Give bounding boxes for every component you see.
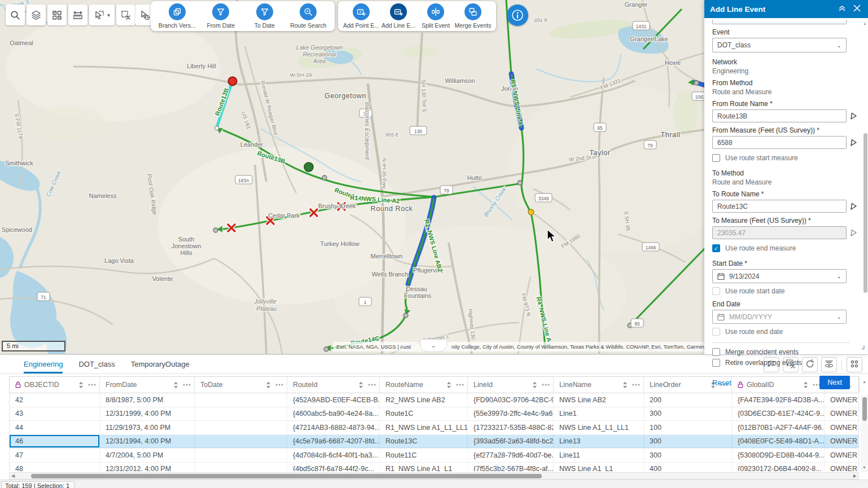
column-header-objectid[interactable]: OBJECTID xyxy=(10,377,100,393)
column-menu-icon[interactable] xyxy=(542,384,550,386)
toolbar-button-route-search[interactable]: Route Search xyxy=(288,3,328,29)
table-scroll-down-arrow[interactable]: ▼ xyxy=(862,465,866,469)
cell[interactable]: 11/29/1973, 4:00 PM xyxy=(100,421,195,434)
cell[interactable]: 400 xyxy=(644,463,732,472)
cell[interactable]: {7f55c3b2-567B-4f8c-af... xyxy=(468,463,554,472)
cell[interactable] xyxy=(195,449,287,462)
column-menu-icon[interactable] xyxy=(368,384,376,386)
panel-resize-handle[interactable]: ┘ xyxy=(862,345,866,352)
collapse-icon[interactable] xyxy=(836,4,848,14)
toolbar-button-branch-versions[interactable]: Branch Vers... xyxy=(157,3,197,29)
cell[interactable]: 46 xyxy=(10,435,100,449)
cell[interactable]: 12/31/1994, 4:00 PM xyxy=(100,435,195,449)
table-row[interactable]: 428/8/1987, 5:00 PM{452A9ABD-E0EF-4CEB-B… xyxy=(10,393,858,407)
table-row[interactable]: 4812/31/2012, 4:00 PM{4bd5c87f-6a78-44f2… xyxy=(10,463,858,472)
cell[interactable]: 100 xyxy=(644,421,732,434)
cell[interactable]: R1_NWS Line A1_L1 xyxy=(380,463,468,472)
toolbar-button-merge-events[interactable]: Merge Events xyxy=(454,3,492,29)
column-header-linename[interactable]: LineName xyxy=(554,377,644,393)
cell[interactable]: 48 xyxy=(10,463,100,472)
toolbar-button-add-line-event[interactable]: Add Line E... xyxy=(380,3,417,29)
reset-button[interactable]: Reset xyxy=(712,379,731,387)
tab-dot_class[interactable]: DOT_class xyxy=(78,360,115,373)
cell[interactable]: {09230172-D6B4-4092-8... xyxy=(732,463,825,472)
retire-overlapping-checkbox[interactable] xyxy=(712,359,720,367)
to-route-name-input[interactable]: Route13C xyxy=(712,200,847,213)
column-menu-icon[interactable] xyxy=(183,384,191,386)
cell[interactable]: R1_NWS Line A1_L1_LL1 xyxy=(380,421,468,434)
cell[interactable]: {ef277a28-79d6-40d7-be... xyxy=(468,449,554,462)
toolbar-button-add-point-event[interactable]: Add Point E... xyxy=(343,3,380,29)
use-route-end-date-checkbox[interactable] xyxy=(712,328,720,336)
cell[interactable]: {FA47E394-92F8-4D3B-A... xyxy=(732,393,825,407)
cell[interactable]: 300 xyxy=(644,449,732,462)
search-button[interactable] xyxy=(6,5,25,25)
cell[interactable]: {55e3997d-2ffc-4e4c-9a6... xyxy=(468,407,554,421)
cell[interactable]: {17233217-535B-488C-82... xyxy=(468,421,554,434)
to-measure-input[interactable]: 23035.47 xyxy=(712,226,847,239)
column-header-routeid[interactable]: RouteId xyxy=(287,377,380,393)
sort-icon[interactable] xyxy=(173,381,178,389)
cell[interactable]: {4d7084c8-6cf4-40f1-ba3... xyxy=(287,449,380,462)
column-header-lineid[interactable]: LineId xyxy=(468,377,554,393)
toolbar-button-filter[interactable]: To Date xyxy=(245,3,284,29)
cell[interactable]: {FD90A03C-9706-42BC-9... xyxy=(468,393,554,407)
close-icon[interactable] xyxy=(851,4,862,14)
cell[interactable]: {0408E0FC-5E49-48D1-A... xyxy=(732,435,825,449)
use-route-end-date-row[interactable]: Use route end date xyxy=(712,328,859,336)
cell[interactable]: OWNER xyxy=(825,449,859,462)
cell[interactable] xyxy=(195,393,287,407)
scroll-left-arrow[interactable]: ◀ xyxy=(11,473,15,478)
cell[interactable]: OWNER xyxy=(825,407,859,421)
table-row[interactable]: 4411/29/1973, 4:00 PM{47214AB3-6882-4873… xyxy=(10,421,858,435)
cell[interactable]: OWNER xyxy=(825,463,859,472)
sort-icon[interactable] xyxy=(622,381,628,389)
cell[interactable]: 44 xyxy=(10,421,100,434)
info-button[interactable] xyxy=(507,5,528,26)
cell[interactable]: 43 xyxy=(10,407,100,421)
cell[interactable]: {4600abc5-ba90-4e24-8a... xyxy=(287,407,380,421)
table-row[interactable]: 4312/31/1999, 4:00 PM{4600abc5-ba90-4e24… xyxy=(10,407,858,421)
scrollbar-thumb[interactable] xyxy=(862,397,867,421)
sort-icon[interactable] xyxy=(266,381,271,389)
column-header-routename[interactable]: RouteName xyxy=(380,377,468,393)
cell[interactable] xyxy=(195,435,287,449)
table-row[interactable]: 4612/31/1994, 4:00 PM{4c5e79a6-6687-4207… xyxy=(10,435,858,449)
from-measure-input[interactable]: 6588 xyxy=(712,136,847,149)
cell[interactable]: {47214AB3-6882-4873-94... xyxy=(287,421,380,434)
retire-overlapping-row[interactable]: Retire overlapping events xyxy=(712,359,859,367)
table-row[interactable]: 474/7/2004, 5:00 PM{4d7084c8-6cf4-40f1-b… xyxy=(10,449,858,463)
column-menu-icon[interactable] xyxy=(88,384,96,386)
tab-engineering[interactable]: Engineering xyxy=(24,360,63,373)
cell[interactable] xyxy=(195,463,287,472)
use-route-start-date-checkbox[interactable] xyxy=(712,287,720,295)
cell[interactable]: R2_NWS Line AB2 xyxy=(380,393,468,407)
start-date-input[interactable]: 9/13/2024 ⌄ xyxy=(712,269,847,283)
use-route-end-measure-row[interactable]: ✓ Use route end measure xyxy=(712,244,859,252)
cell[interactable]: 12/31/2012, 4:00 PM xyxy=(100,463,195,472)
use-route-start-measure-checkbox[interactable] xyxy=(712,154,720,162)
merge-coincident-checkbox[interactable] xyxy=(712,348,720,356)
event-select[interactable]: DOT_class ⌄ xyxy=(712,38,847,52)
pick-to-route-on-map-icon[interactable] xyxy=(849,202,857,210)
column-header-todate[interactable]: ToDate xyxy=(195,377,287,393)
sort-icon[interactable] xyxy=(446,381,451,389)
sort-icon[interactable] xyxy=(78,381,84,389)
cutoff-input[interactable] xyxy=(712,20,847,24)
table-vertical-scrollbar[interactable] xyxy=(861,395,868,472)
toolbar-button-filter[interactable]: From Date xyxy=(201,3,240,29)
attribution-collapse-button[interactable]: ⌄ xyxy=(420,339,447,352)
pick-to-measure-on-map-icon[interactable] xyxy=(849,228,857,237)
panel-scrollbar[interactable] xyxy=(863,20,867,348)
use-route-start-measure-row[interactable]: Use route start measure xyxy=(712,154,859,162)
cell[interactable]: OWNER xyxy=(825,421,859,434)
cell[interactable]: 200 xyxy=(644,393,732,407)
tab-temporaryoutage[interactable]: TemporaryOutage xyxy=(131,360,190,373)
cell[interactable]: 300 xyxy=(644,407,732,421)
scrollbar-thumb[interactable] xyxy=(31,474,542,478)
cell[interactable] xyxy=(195,407,287,421)
next-button[interactable]: Next xyxy=(819,376,850,389)
cell[interactable]: {012B70B1-A2F7-4A4F-96... xyxy=(732,421,825,434)
column-header-fromdate[interactable]: FromDate xyxy=(100,377,195,393)
cell[interactable]: OWNER xyxy=(825,393,859,407)
